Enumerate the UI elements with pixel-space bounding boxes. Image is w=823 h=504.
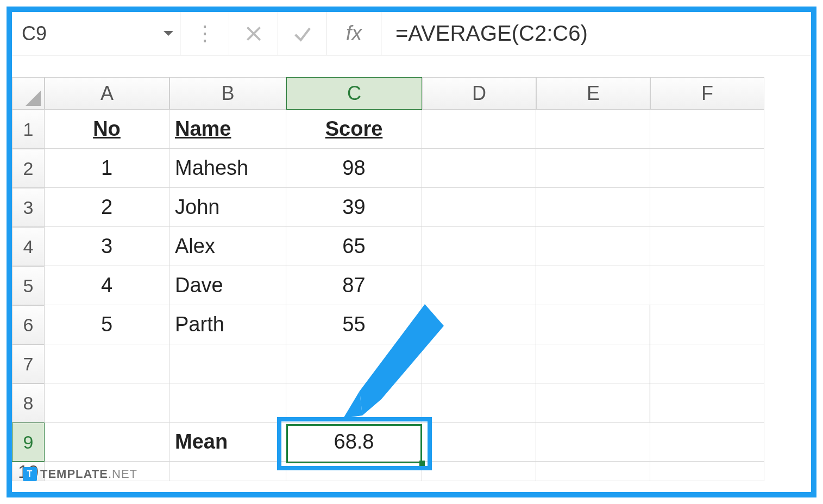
row-header-4[interactable]: 4 [12,227,45,266]
cell-A3[interactable]: 2 [45,188,169,227]
cell-B1[interactable]: Name [169,110,286,149]
cell-F6[interactable] [650,305,764,344]
cell-E9[interactable] [536,423,650,462]
row-header-7[interactable]: 7 [12,344,45,383]
row-header-1[interactable]: 1 [12,110,45,149]
cell-C3[interactable]: 39 [286,188,422,227]
name-box-value: C9 [22,22,47,45]
cell-F4[interactable] [650,227,764,266]
row-header-6[interactable]: 6 [12,305,45,344]
cell-E3[interactable] [536,188,650,227]
col-header-E[interactable]: E [536,77,650,110]
cell-B6[interactable]: Parth [169,305,286,344]
cell-C1[interactable]: Score [286,110,422,149]
watermark-brand: TEMPLATE [40,467,108,481]
cell-A4[interactable]: 3 [45,227,169,266]
watermark-icon: T [23,467,37,481]
cell-A5[interactable]: 4 [45,266,169,305]
vertical-dots-icon[interactable]: ⋮ [180,12,229,55]
col-header-D[interactable]: D [422,77,536,110]
cell-E6[interactable] [536,305,650,344]
cell-B7[interactable] [169,344,286,383]
cell-C2[interactable]: 98 [286,149,422,188]
cell-F10[interactable] [650,462,764,481]
cell-D1[interactable] [422,110,536,149]
cell-C8[interactable] [286,383,422,423]
name-box[interactable]: C9 [12,12,180,55]
cell-C7[interactable] [286,344,422,383]
col-header-B[interactable]: B [169,77,286,110]
cell-A6[interactable]: 5 [45,305,169,344]
cell-E8[interactable] [536,383,650,423]
cell-E5[interactable] [536,266,650,305]
cell-F9[interactable] [650,423,764,462]
watermark-suffix: .NET [108,467,137,481]
cell-B5[interactable]: Dave [169,266,286,305]
cell-A2[interactable]: 1 [45,149,169,188]
cell-E1[interactable] [536,110,650,149]
cell-F7[interactable] [650,344,764,383]
cell-F1[interactable] [650,110,764,149]
cell-B4[interactable]: Alex [169,227,286,266]
enter-icon[interactable] [278,12,327,55]
watermark: T TEMPLATE.NET [23,467,137,481]
select-all-corner[interactable] [12,77,45,110]
cell-D10[interactable] [422,462,536,481]
cell-C5[interactable]: 87 [286,266,422,305]
cancel-icon[interactable] [229,12,278,55]
cell-B3[interactable]: John [169,188,286,227]
cell-F3[interactable] [650,188,764,227]
cell-B9[interactable]: Mean [169,423,286,462]
cell-A8[interactable] [45,383,169,423]
spreadsheet-grid[interactable]: A B C D E F 1 No Name Score 2 1 Mahesh 9… [12,77,811,481]
row-header-2[interactable]: 2 [12,149,45,188]
cell-D9[interactable] [422,423,536,462]
row-header-3[interactable]: 3 [12,188,45,227]
cell-F8[interactable] [650,383,764,423]
cell-D3[interactable] [422,188,536,227]
cell-B8[interactable] [169,383,286,423]
name-box-dropdown-icon[interactable] [164,31,173,36]
fx-label[interactable]: fx [327,12,381,55]
formula-text: =AVERAGE(C2:C6) [395,21,588,46]
cell-C10[interactable] [286,462,422,481]
cell-A7[interactable] [45,344,169,383]
cell-A1[interactable]: No [45,110,169,149]
cell-D5[interactable] [422,266,536,305]
col-header-F[interactable]: F [650,77,764,110]
cell-E4[interactable] [536,227,650,266]
cell-F5[interactable] [650,266,764,305]
cell-E2[interactable] [536,149,650,188]
cell-C4[interactable]: 65 [286,227,422,266]
cell-C6[interactable]: 55 [286,305,422,344]
row-header-5[interactable]: 5 [12,266,45,305]
col-header-A[interactable]: A [45,77,169,110]
cell-E10[interactable] [536,462,650,481]
cell-B10[interactable] [169,462,286,481]
row-header-9[interactable]: 9 [12,423,45,462]
cell-C9[interactable]: 68.8 [286,423,422,462]
cell-D2[interactable] [422,149,536,188]
formula-bar: C9 ⋮ fx =AVERAGE(C2:C6) [12,12,811,55]
cell-A9[interactable] [45,423,169,462]
cell-F2[interactable] [650,149,764,188]
cell-D4[interactable] [422,227,536,266]
col-header-C[interactable]: C [286,77,422,110]
row-header-8[interactable]: 8 [12,383,45,423]
cell-D7[interactable] [422,344,536,383]
cell-B2[interactable]: Mahesh [169,149,286,188]
cell-E7[interactable] [536,344,650,383]
formula-input[interactable]: =AVERAGE(C2:C6) [381,12,811,55]
cell-D6[interactable] [422,305,536,344]
cell-D8[interactable] [422,383,536,423]
